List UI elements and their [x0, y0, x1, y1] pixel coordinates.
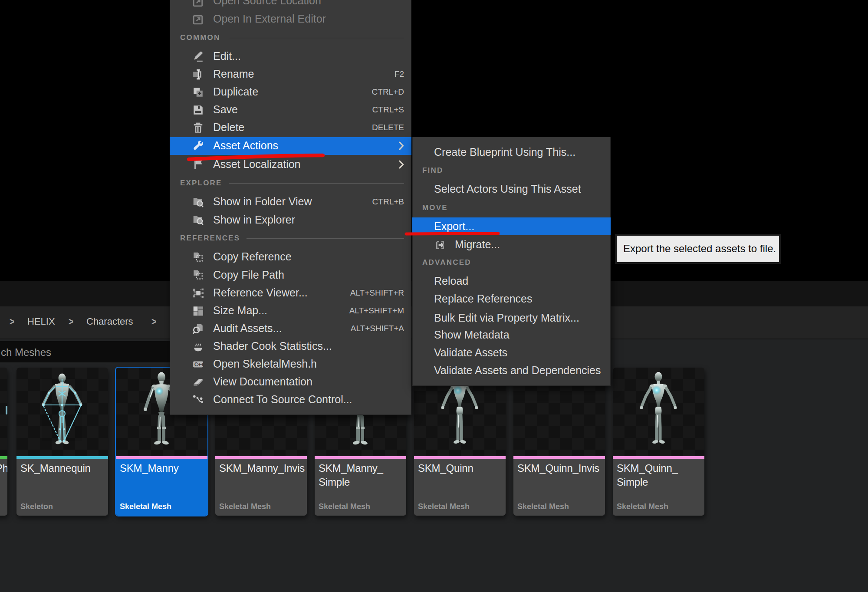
svg-text:C++: C++ [194, 361, 204, 367]
